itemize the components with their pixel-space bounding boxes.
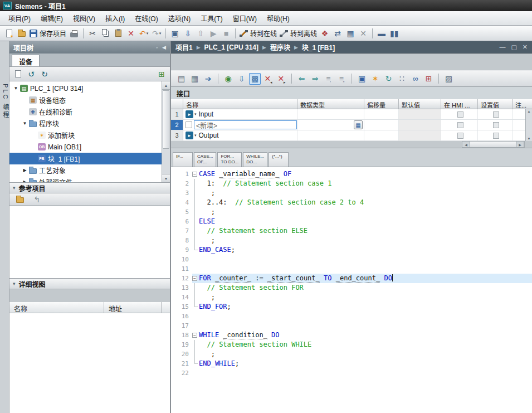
code-line[interactable]: 12−FOR _counter_ := _start_count_ TO _en…: [172, 274, 532, 283]
tree-item[interactable]: ✶添加新块: [9, 129, 162, 141]
comment-on-icon[interactable]: ≡': [323, 73, 334, 85]
code-text[interactable]: END_CASE;: [199, 245, 235, 255]
code-text[interactable]: END_FOR;: [199, 302, 231, 312]
update-block-calls-icon[interactable]: ↻: [383, 73, 394, 85]
navigate-back-icon[interactable]: ↺: [26, 69, 36, 79]
collapse-region-icon[interactable]: −: [192, 333, 197, 338]
code-line[interactable]: 14 ;: [172, 293, 532, 302]
navigate-forward-icon[interactable]: ↻: [40, 69, 50, 79]
code-line[interactable]: 13 // Statement section FOR: [172, 283, 532, 293]
cross-references-icon[interactable]: ⇄: [331, 27, 344, 40]
code-line[interactable]: 15END_FOR;: [172, 302, 532, 312]
column-header[interactable]: 名称: [183, 99, 297, 109]
variable-name-input[interactable]: <新增>: [194, 120, 297, 129]
menu-item[interactable]: 项目(P): [3, 11, 36, 25]
interface-row[interactable]: 1▸▾Input: [171, 109, 532, 120]
cut-icon[interactable]: ✂: [86, 27, 99, 40]
code-text[interactable]: // Statement section FOR: [199, 283, 304, 293]
code-line[interactable]: 11: [172, 264, 532, 274]
snippet-tab-for[interactable]: FOR...TO DO...: [217, 152, 242, 167]
operand-display-icon[interactable]: ∷: [396, 73, 408, 85]
scl-code-editor[interactable]: 1−CASE _variable_name_ OF2 1: // Stateme…: [171, 167, 532, 413]
code-text[interactable]: ;: [199, 207, 215, 217]
open-project-icon[interactable]: [16, 27, 28, 40]
datatype-cell[interactable]: [297, 109, 364, 119]
column-header[interactable]: 默认值: [399, 99, 441, 109]
code-line[interactable]: 18−WHILE _condition_ DO: [172, 331, 532, 340]
hmi-checkbox[interactable]: [457, 111, 463, 118]
save-project-button[interactable]: 保存项目: [28, 27, 67, 40]
tree-item[interactable]: ✚在线和诊断: [9, 106, 162, 118]
column-header[interactable]: 注...: [513, 99, 532, 109]
snippet-tab-comment[interactable]: (*...*): [269, 152, 289, 167]
portal-side-strip[interactable]: PLC 编程: [0, 41, 9, 413]
interface-row[interactable]: 3▸▾Output: [171, 130, 532, 141]
insert-row-icon[interactable]: ▤: [175, 73, 187, 85]
start-cpu-icon[interactable]: ▶: [207, 27, 219, 40]
collapse-region-icon[interactable]: −: [192, 172, 197, 177]
code-line[interactable]: 10: [172, 255, 532, 264]
table-horizontal-scrollbar[interactable]: ◀ ▶: [462, 141, 524, 148]
code-text[interactable]: ELSE: [199, 217, 215, 226]
breadcrumb-item[interactable]: 块_1 [FB1]: [302, 42, 335, 52]
scroll-up-icon[interactable]: ▲: [162, 81, 170, 90]
code-text[interactable]: 1: // Statement section case 1: [199, 179, 331, 188]
compile-icon[interactable]: ◉: [222, 73, 234, 85]
delete-icon[interactable]: ✕: [125, 27, 137, 40]
redo-button[interactable]: ↷▾: [150, 27, 163, 40]
code-line[interactable]: 22: [172, 368, 532, 378]
outdent-icon[interactable]: ⇐: [296, 73, 308, 85]
online-diagnostics-icon[interactable]: ❖: [319, 27, 331, 40]
block-properties-icon[interactable]: ▨: [443, 73, 455, 85]
code-line[interactable]: 5 ;: [172, 207, 532, 217]
setpoint-checkbox[interactable]: [493, 122, 499, 128]
tree-item[interactable]: FB块_1 [FB1]: [9, 153, 162, 164]
previous-error-icon[interactable]: ✕◂: [262, 73, 274, 85]
code-line[interactable]: 9END_CASE;: [172, 245, 532, 255]
snippet-tab-if[interactable]: IF...: [173, 152, 193, 167]
code-text[interactable]: FOR _counter_ := _start_count_ TO _end_c…: [199, 274, 393, 283]
indent-icon[interactable]: ⇒: [309, 73, 321, 85]
reference-projects-header[interactable]: ▾ 参考项目: [9, 182, 170, 193]
code-line[interactable]: 20 ;: [172, 349, 532, 359]
test-settings-icon[interactable]: ⊞: [423, 73, 435, 85]
details-column-header[interactable]: 地址: [104, 302, 162, 313]
menu-item[interactable]: 视图(V): [68, 11, 100, 25]
code-line[interactable]: 16: [172, 312, 532, 321]
tree-scrollbar[interactable]: ▲ ▼: [162, 81, 170, 182]
variable-name-cell[interactable]: ▸▾Input: [183, 109, 297, 119]
menu-item[interactable]: 帮助(H): [262, 11, 295, 25]
menu-item[interactable]: 工具(T): [196, 11, 227, 25]
tree-item[interactable]: OBMain [OB1]: [9, 141, 162, 153]
go-offline-button[interactable]: 转到离线: [279, 27, 318, 40]
code-text[interactable]: 2..4: // Statement section case 2 to 4: [199, 198, 364, 207]
variable-name-cell[interactable]: <新增>: [183, 120, 297, 130]
code-line[interactable]: 7 // Statement section ELSE: [172, 226, 532, 236]
editor-restore-button[interactable]: ▢: [511, 43, 516, 51]
tree-item[interactable]: ▶工艺对象: [9, 164, 162, 176]
print-icon[interactable]: [68, 27, 80, 40]
dropdown-caret-icon[interactable]: ▾: [159, 31, 162, 36]
add-row-icon[interactable]: ▦: [189, 73, 201, 85]
tree-item[interactable]: ▶外部源文件: [9, 176, 162, 182]
new-project-icon[interactable]: [3, 27, 15, 40]
code-line[interactable]: 3 ;: [172, 188, 532, 198]
table-vertical-scrollbar[interactable]: ▲▼: [525, 109, 532, 141]
collapsed-arrow-icon[interactable]: ▶: [22, 179, 28, 182]
datatype-cell[interactable]: ▦: [297, 120, 364, 130]
code-text[interactable]: ;: [199, 188, 215, 198]
tree-item[interactable]: ▼程序块: [9, 118, 162, 129]
code-text[interactable]: ;: [199, 349, 215, 359]
code-text[interactable]: ;: [199, 293, 215, 302]
menu-item[interactable]: 在线(O): [130, 11, 163, 25]
download-to-device-icon[interactable]: ⇩: [182, 27, 194, 40]
code-text[interactable]: END_WHILE;: [199, 359, 239, 368]
reference-projects-collapse-icon[interactable]: ▾: [13, 185, 16, 191]
scroll-right-icon[interactable]: ▶: [516, 142, 524, 147]
expanded-arrow-icon[interactable]: ▼: [13, 86, 19, 91]
column-header[interactable]: 数据类型: [297, 99, 364, 109]
code-text[interactable]: // Statement section WHILE: [199, 340, 311, 349]
editor-close-button[interactable]: ✕: [523, 43, 528, 51]
menu-item[interactable]: 窗口(W): [228, 11, 262, 25]
split-horizontal-icon[interactable]: ▬: [375, 27, 388, 40]
